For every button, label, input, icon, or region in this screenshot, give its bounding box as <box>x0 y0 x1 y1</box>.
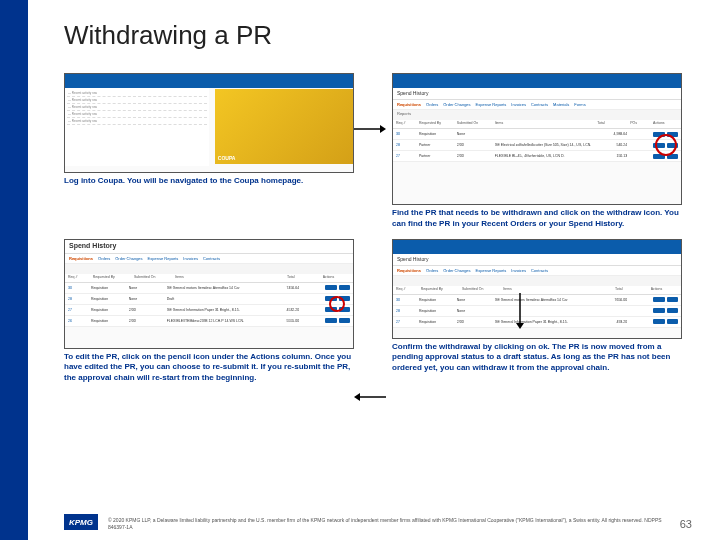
edit-icon[interactable] <box>325 285 336 290</box>
withdraw-icon[interactable] <box>339 318 350 323</box>
table-row: 30RequisitionNone4,988.64 <box>393 129 681 140</box>
table-row: 28RequisitionNone <box>393 306 681 317</box>
cell-sub: 2/00 <box>457 320 492 324</box>
tab-requisitions[interactable]: Requisitions <box>397 102 421 107</box>
tab-invoices[interactable]: Invoices <box>511 268 526 273</box>
table-row: 30RequisitionNoneGE General motors Itemd… <box>65 283 353 294</box>
tab-requisitions[interactable]: Requisitions <box>397 268 421 273</box>
table-row: 28Partner2/00GE Electrical zolfiafelledk… <box>393 140 681 151</box>
cell-sub: 2/00 <box>129 319 164 323</box>
caption-4: Confirm the withdrawal by clicking on ok… <box>392 339 682 377</box>
cell-req[interactable]: 28 <box>68 297 88 301</box>
edit-icon[interactable] <box>653 319 664 324</box>
edit-icon[interactable] <box>653 308 664 313</box>
arrow-1-2 <box>354 123 386 135</box>
cell-items: Draft <box>167 297 267 301</box>
cell-sub: None <box>457 132 492 136</box>
cell-sub: None <box>129 297 164 301</box>
cell-by: Requisition <box>91 319 126 323</box>
highlight-edit-icon <box>329 296 345 312</box>
table-head: Req # Requested By Submitted On Items To… <box>393 120 681 129</box>
cell-req[interactable]: 30 <box>396 298 416 302</box>
table-row: 27Requisition2/00GE General Information … <box>393 317 681 328</box>
col-req: Req # <box>396 287 418 293</box>
cell-req[interactable]: 26 <box>68 319 88 323</box>
withdraw-icon[interactable] <box>667 308 678 313</box>
cell-actions <box>325 285 350 290</box>
tab-invoices[interactable]: Invoices <box>511 102 526 107</box>
cell-req[interactable]: 28 <box>396 143 416 147</box>
col-actions: Actions <box>651 287 678 293</box>
cell-req[interactable]: 30 <box>396 132 416 136</box>
tab-forms[interactable]: Forms <box>574 102 585 107</box>
screenshot-3-wrap: Spend History Requisitions Orders Order … <box>64 239 354 387</box>
app-header-bar <box>393 240 681 254</box>
screenshot-3: Spend History Requisitions Orders Order … <box>64 239 354 349</box>
withdraw-icon[interactable] <box>667 319 678 324</box>
col-items: Items <box>175 275 284 281</box>
caption-3: To edit the PR, click on the pencil icon… <box>64 349 354 387</box>
col-actions: Actions <box>323 275 350 281</box>
tab-order-changes[interactable]: Order Changes <box>443 268 470 273</box>
tab-order-changes[interactable]: Order Changes <box>443 102 470 107</box>
tab-expense-reports[interactable]: Expense Reports <box>476 102 507 107</box>
copyright-text: © 2020 KPMG LLP, a Delaware limited liab… <box>108 517 670 530</box>
screenshot-1: — Recent activity row — Recent activity … <box>64 73 354 173</box>
col-po: POs <box>630 121 650 127</box>
col-total: Total <box>615 287 648 293</box>
activity-row: — Recent activity row <box>67 118 207 125</box>
edit-icon[interactable] <box>653 297 664 302</box>
col-by: Requested By <box>419 121 454 127</box>
cell-total: 493.20 <box>597 320 627 324</box>
cell-actions <box>653 297 678 302</box>
tab-contracts[interactable]: Contracts <box>531 268 548 273</box>
cell-sub: None <box>129 286 164 290</box>
col-by: Requested By <box>421 287 459 293</box>
arrow-3-2 <box>354 391 386 403</box>
cell-req[interactable]: 27 <box>396 154 416 158</box>
cell-total: 4532.20 <box>269 308 299 312</box>
cell-items: GE General motors Itemdesc Atemdfixx 14 … <box>167 286 267 290</box>
tab-requisitions[interactable]: Requisitions <box>69 256 93 261</box>
tab-expense-reports[interactable]: Expense Reports <box>476 268 507 273</box>
activity-row: — Recent activity row <box>67 111 207 118</box>
activity-row: — Recent activity row <box>67 104 207 111</box>
cell-req[interactable]: 27 <box>396 320 416 324</box>
tab-expense-reports[interactable]: Expense Reports <box>148 256 179 261</box>
tab-materials[interactable]: Materials <box>553 102 569 107</box>
cell-by: Requisition <box>91 286 126 290</box>
svg-marker-5 <box>516 323 524 329</box>
recent-activity-panel: — Recent activity row — Recent activity … <box>65 88 209 166</box>
cell-by: Requisition <box>91 308 126 312</box>
process-grid: — Recent activity row — Recent activity … <box>64 73 692 399</box>
filter-bar[interactable] <box>65 264 353 274</box>
tab-order-changes[interactable]: Order Changes <box>115 256 142 261</box>
tab-invoices[interactable]: Invoices <box>183 256 198 261</box>
page-heading: Spend History <box>393 254 681 266</box>
filter-bar[interactable] <box>393 276 681 286</box>
cell-total: 5555.00 <box>269 319 299 323</box>
withdraw-icon[interactable] <box>339 285 350 290</box>
cell-sub: None <box>457 298 492 302</box>
table-row: 30RequisitionNoneGE General motors Itemd… <box>393 295 681 306</box>
tab-contracts[interactable]: Contracts <box>203 256 220 261</box>
page-title: Withdrawing a PR <box>64 20 692 51</box>
tab-orders[interactable]: Orders <box>98 256 110 261</box>
col-items: Items <box>503 287 612 293</box>
tab-orders[interactable]: Orders <box>426 102 438 107</box>
filter-bar[interactable]: Reports <box>393 110 681 120</box>
screenshot-2: Spend History Requisitions Orders Order … <box>392 73 682 205</box>
cell-req[interactable]: 27 <box>68 308 88 312</box>
cell-by: Requisition <box>419 298 454 302</box>
cell-req[interactable]: 30 <box>68 286 88 290</box>
cell-req[interactable]: 28 <box>396 309 416 313</box>
page-heading: Spend History <box>65 240 353 254</box>
cell-actions <box>653 308 678 313</box>
slide-side-accent <box>0 0 28 540</box>
withdraw-icon[interactable] <box>667 297 678 302</box>
edit-icon[interactable] <box>325 318 336 323</box>
table-head: Req # Requested By Submitted On Items To… <box>65 274 353 283</box>
banner-logo: COUPA <box>218 155 236 161</box>
tab-contracts[interactable]: Contracts <box>531 102 548 107</box>
tab-orders[interactable]: Orders <box>426 268 438 273</box>
